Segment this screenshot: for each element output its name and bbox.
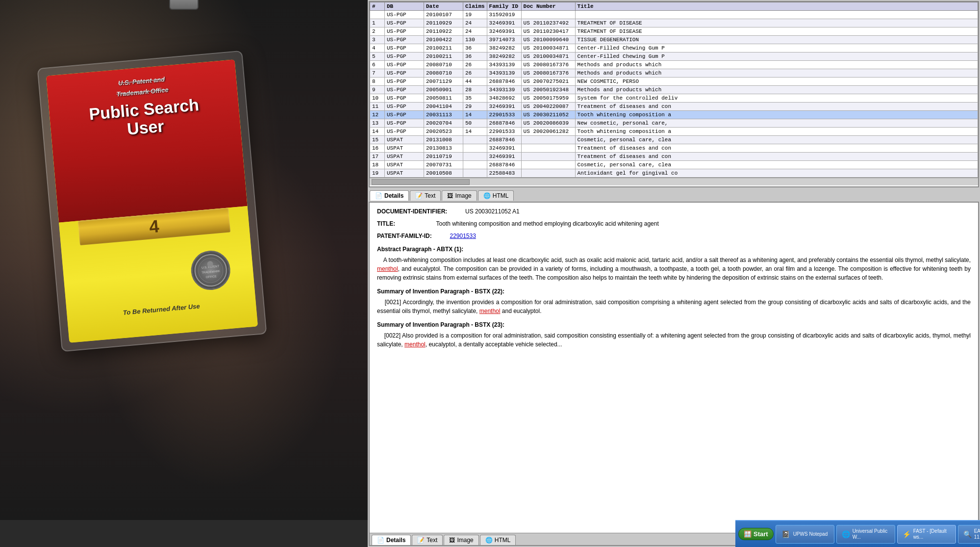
cell-docnum: US 20080167376 [521,69,575,78]
cell-db: US-PGP [385,119,424,128]
table-row[interactable]: 3US-PGP2010042213039714073US 20100099640… [370,36,978,44]
badge-seal: U.S. PATENT TRADEMARK OFFICE [189,249,232,292]
table-row[interactable]: 5US-PGP201002113638249282US 20100034871C… [370,52,978,61]
bottom-tab-html[interactable]: 🌐 HTML [480,535,516,545]
table-row[interactable]: US-PGP201001071931592019 [370,11,978,19]
family-value-link[interactable]: 22901533 [450,233,476,239]
cell-title: NEW COSMETIC, PERSO [575,78,978,86]
tab-image[interactable]: 🖼 Image [442,190,477,201]
tab-details-label: Details [384,192,403,199]
table-row[interactable]: 18USPAT2007073126887846Cosmetic, persona… [370,161,978,169]
taskbar-fast-label: FAST - [Default ws... [913,528,951,540]
cell-db: US-PGP [385,94,424,103]
cell-family: 32469391 [487,153,521,161]
table-row[interactable]: 19USPAT2001050822588483Antioxidant gel f… [370,169,978,178]
results-table: # DB Date Claims Family ID Doc Number Ti… [370,2,978,178]
family-label: PATENT-FAMILY-ID: [377,233,432,239]
tab-html[interactable]: 🌐 HTML [478,190,514,201]
cell-date: 20080710 [424,61,463,69]
badge-clip [169,0,199,10]
table-row[interactable]: 14US-PGP200205231422901533US 20020061282… [370,128,978,136]
bottom-text-icon: 📝 [417,537,425,544]
cell-num: 7 [370,69,385,78]
cell-num: 13 [370,119,385,128]
taskbar-item-notepad[interactable]: 📓 UPWS Notepad [776,525,834,544]
cell-title: TISSUE DEGENERATION [575,36,978,44]
taskbar-item-upws[interactable]: 🌐 Universal Public W... [836,525,895,544]
cell-title: Center-Filled Chewing Gum P [575,52,978,61]
cell-family: 32469391 [487,103,521,111]
bottom-tab-text[interactable]: 📝 Text [412,535,443,545]
abstract-section: Abstract Paragraph - ABTX (1): A tooth-w… [377,246,971,282]
bottom-tab-details[interactable]: 📄 Details [372,535,411,545]
cell-num: 5 [370,52,385,61]
doc-title-field: TITLE: Tooth whitening composition and m… [377,220,971,228]
cell-claims [463,153,487,161]
table-row[interactable]: 17USPAT2011071932469391Treatment of dise… [370,153,978,161]
cell-date: 20110922 [424,27,463,36]
scrollbar-thumb[interactable] [372,179,470,185]
table-row[interactable]: 7US-PGP200807102634393139US 20080167376M… [370,69,978,78]
cell-claims: 28 [463,86,487,94]
cell-title: Tooth whitening composition a [575,111,978,119]
summary-text-1: [0021] Accordingly, the invention provid… [377,298,971,315]
bottom-tab-text-label: Text [427,537,437,544]
table-row[interactable]: 10US-PGP200508113534828692US 20050175959… [370,94,978,103]
cell-docnum [521,136,575,144]
table-row[interactable]: 9US-PGP200509012834393139US 20050192348M… [370,86,978,94]
table-row[interactable]: 16USPAT2013081332469391Treatment of dise… [370,144,978,153]
cell-family: 26887846 [487,119,521,128]
cell-db: US-PGP [385,86,424,94]
bottom-html-icon: 🌐 [485,537,493,544]
cell-claims: 14 [463,128,487,136]
menthol-link-3[interactable]: menthol [404,341,426,348]
tab-details[interactable]: 📄 Details [370,190,409,201]
cell-title: Treatment of diseases and con [575,144,978,153]
table-row[interactable]: 15USPAT2013100826887846Cosmetic, persona… [370,136,978,144]
details-icon: 📄 [375,192,382,199]
taskbar-item-fast[interactable]: ⚡ FAST - [Default ws... [897,525,956,544]
start-button[interactable]: 🪟 Start [738,528,774,540]
cell-db: US-PGP [385,36,424,44]
table-row[interactable]: 4US-PGP201002113638249282US 20100034871C… [370,44,978,52]
menthol-link-2[interactable]: menthol [479,308,501,314]
cell-date: 20010508 [424,169,463,178]
table-scrollbar[interactable] [370,178,978,185]
table-row[interactable]: 1US-PGP201109292432469391US 20110237492T… [370,19,978,27]
cell-docnum: US 20110237492 [521,19,575,27]
html-icon: 🌐 [483,192,491,199]
title-value: Tooth whitening composition and method e… [436,220,658,227]
cell-family: 32469391 [487,19,521,27]
bottom-tab-details-label: Details [386,537,405,544]
taskbar-item-east[interactable]: 🔍 EAST Browser - 11... [958,525,980,544]
col-header-date: Date [424,2,463,11]
bottom-tab-image-label: Image [457,537,473,544]
cell-claims [463,161,487,169]
cell-docnum: US 20040220087 [521,103,575,111]
taskbar-east-label: EAST Browser - 11... [974,528,980,540]
table-row[interactable]: 2US-PGP201109222432469391US 20110230417T… [370,27,978,36]
tab-text[interactable]: 📝 Text [410,190,441,201]
badge-number: 4 [149,216,160,237]
cell-db: USPAT [385,144,424,153]
cell-num: 11 [370,103,385,111]
col-header-db: DB [385,2,424,11]
col-header-title: Title [575,2,978,11]
cell-title: Methods and products which [575,86,978,94]
menthol-link-1[interactable]: menthol [377,265,398,272]
bottom-tab-image[interactable]: 🖼 Image [444,535,478,545]
windows-logo-icon: 🪟 [744,530,752,538]
table-row[interactable]: 11US-PGP200411042932469391US 20040220087… [370,103,978,111]
cell-claims: 36 [463,44,487,52]
cell-date: 20070731 [424,161,463,169]
table-row[interactable]: 8US-PGP200711294426887846US 20070275021N… [370,78,978,86]
table-row[interactable]: 13US-PGP200207045026887846US 20020086039… [370,119,978,128]
table-row[interactable]: 12US-PGP200311131422901533US 20030211052… [370,111,978,119]
cell-claims: 29 [463,103,487,111]
table-row[interactable]: 6US-PGP200807102634393139US 20080167376M… [370,61,978,69]
cell-family: 34393139 [487,86,521,94]
cell-db: US-PGP [385,103,424,111]
cell-title: Treatment of diseases and con [575,153,978,161]
fast-icon: ⚡ [903,529,911,539]
cell-num: 9 [370,86,385,94]
